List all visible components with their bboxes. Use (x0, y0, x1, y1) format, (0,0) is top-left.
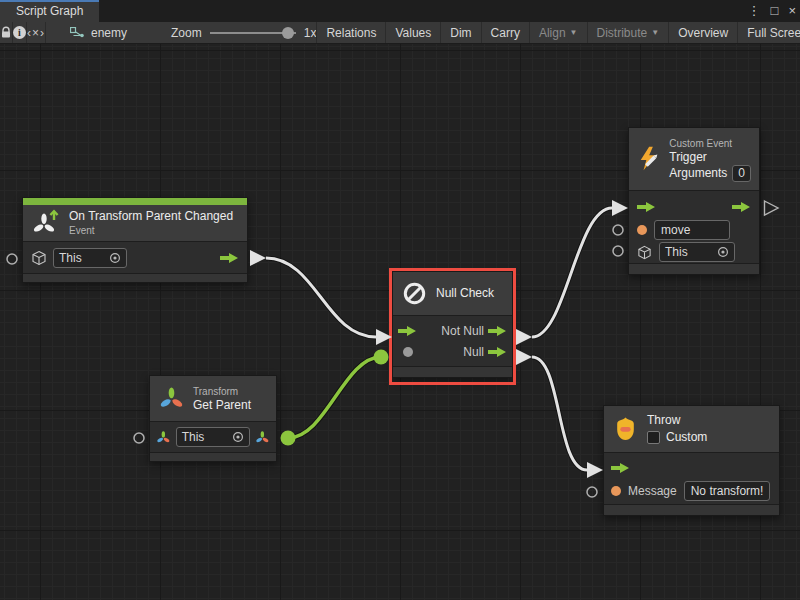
info-button[interactable]: i (13, 22, 27, 43)
node-title: Trigger (669, 150, 751, 165)
target-dropdown[interactable]: This (659, 242, 735, 262)
value-connector-dot (374, 350, 389, 365)
node-throw[interactable]: Throw Custom Message No transform! (603, 405, 780, 516)
node-footer (150, 452, 276, 461)
value-input-port[interactable] (611, 486, 621, 496)
custom-checkbox[interactable] (647, 431, 660, 444)
full-screen-button[interactable]: Full Screen (738, 22, 800, 43)
target-icon[interactable] (232, 431, 244, 443)
flow-output-arrow-icon[interactable] (488, 325, 507, 337)
tab-script-graph[interactable]: Script Graph (0, 0, 99, 22)
flow-connector-triangle (587, 462, 603, 478)
tab-bar: Script Graph ⋮ □ × (0, 0, 800, 22)
throw-exception-icon (612, 416, 639, 443)
close-icon[interactable]: × (788, 0, 796, 22)
values-button[interactable]: Values (386, 22, 441, 43)
chevron-down-icon: ▼ (651, 28, 659, 37)
distribute-button[interactable]: Distribute▼ (588, 22, 670, 43)
edit-script-button[interactable]: ‹×› (27, 22, 46, 43)
transform-output-port-icon[interactable] (255, 430, 270, 445)
target-dropdown[interactable]: This (176, 427, 251, 447)
graph-name: enemy (91, 26, 127, 40)
port-label-null: Null (417, 345, 484, 359)
null-check-icon (401, 280, 428, 307)
custom-event-icon (637, 145, 661, 173)
window-controls: ⋮ □ × (748, 0, 796, 22)
node-header[interactable]: Custom Event Trigger Arguments 0 (629, 128, 759, 191)
graph-canvas[interactable]: On Transform Parent Changed Event This (0, 44, 800, 600)
external-port-circle (587, 487, 597, 497)
wire-null-to-throw (532, 357, 587, 470)
node-title: Null Check (436, 286, 494, 301)
external-port-circle (7, 254, 17, 264)
node-footer (629, 263, 759, 274)
node-title: Get Parent (193, 398, 251, 413)
kebab-menu-icon[interactable]: ⋮ (748, 0, 761, 22)
maximize-icon[interactable]: □ (771, 0, 779, 22)
node-get-parent[interactable]: Transform Get Parent This (149, 375, 277, 462)
node-header[interactable]: Null Check (393, 272, 512, 316)
flow-connector-triangle (516, 349, 532, 365)
flow-input-arrow-icon[interactable] (637, 201, 656, 213)
gameobject-cube-icon (637, 245, 652, 260)
node-title: On Transform Parent Changed (69, 209, 233, 224)
zoom-label: Zoom (171, 26, 202, 40)
wire-event-to-nullcheck (266, 258, 376, 337)
carry-button[interactable]: Carry (482, 22, 530, 43)
message-label: Message (628, 484, 677, 498)
wire-notnull-to-trigger (532, 208, 612, 337)
target-dropdown[interactable]: This (53, 248, 127, 268)
flow-output-arrow-icon[interactable] (220, 252, 239, 264)
value-connector-dot (281, 431, 296, 446)
target-icon[interactable] (717, 246, 729, 258)
value-input-port[interactable] (403, 347, 413, 357)
node-subtitle: Event (69, 224, 233, 237)
message-field[interactable]: No transform! (684, 481, 771, 501)
transform-event-icon (31, 208, 61, 238)
node-title: Throw (647, 413, 707, 428)
chevron-down-icon: ▼ (570, 28, 578, 37)
graph-toolbar: i ‹×› enemy Zoom 1x Relations Values Dim… (0, 22, 800, 44)
zoom-slider[interactable] (210, 32, 296, 34)
info-icon: i (13, 26, 26, 39)
event-name-field[interactable]: move (654, 220, 730, 240)
relations-button[interactable]: Relations (316, 22, 386, 43)
transform-port-icon[interactable] (156, 430, 171, 445)
node-category: Custom Event (669, 137, 751, 150)
node-on-transform-parent-changed[interactable]: On Transform Parent Changed Event This (22, 197, 248, 283)
overview-button[interactable]: Overview (669, 22, 738, 43)
wire-getparent-to-nullcheck (288, 357, 381, 438)
flow-connector-triangle (516, 329, 532, 345)
flow-connector-triangle (376, 329, 392, 345)
flow-input-arrow-icon[interactable] (611, 462, 630, 474)
graph-icon (70, 27, 85, 39)
target-icon[interactable] (109, 252, 121, 264)
node-header[interactable]: Transform Get Parent (150, 376, 276, 422)
external-port-circle (613, 246, 623, 256)
node-footer (23, 273, 247, 282)
flow-connector-triangle (250, 250, 266, 266)
code-icon: ‹×› (27, 26, 45, 40)
align-button[interactable]: Align▼ (530, 22, 588, 43)
flow-output-arrow-icon[interactable] (732, 201, 751, 213)
zoom-value: 1x (304, 26, 317, 40)
port-label-not-null: Not Null (421, 324, 484, 338)
node-footer (604, 504, 779, 515)
flow-input-arrow-icon[interactable] (398, 325, 417, 337)
dim-button[interactable]: Dim (441, 22, 481, 43)
node-header[interactable]: On Transform Parent Changed Event (23, 205, 247, 242)
zoom-slider-handle[interactable] (282, 27, 294, 39)
event-node-accent-bar (23, 198, 247, 205)
value-input-port[interactable] (637, 225, 647, 235)
node-trigger-custom-event[interactable]: Custom Event Trigger Arguments 0 move (628, 127, 760, 275)
flow-output-arrow-icon[interactable] (488, 346, 507, 358)
graph-reference[interactable]: enemy (60, 22, 137, 43)
node-header[interactable]: Throw Custom (604, 406, 779, 453)
arguments-count-field[interactable]: 0 (732, 165, 751, 182)
tab-title: Script Graph (16, 4, 83, 18)
flow-connector-triangle (612, 200, 628, 216)
node-footer (393, 366, 512, 377)
node-null-check[interactable]: Null Check Not Null Null (392, 271, 513, 378)
gameobject-cube-icon (31, 250, 47, 266)
lock-button[interactable] (0, 22, 13, 43)
